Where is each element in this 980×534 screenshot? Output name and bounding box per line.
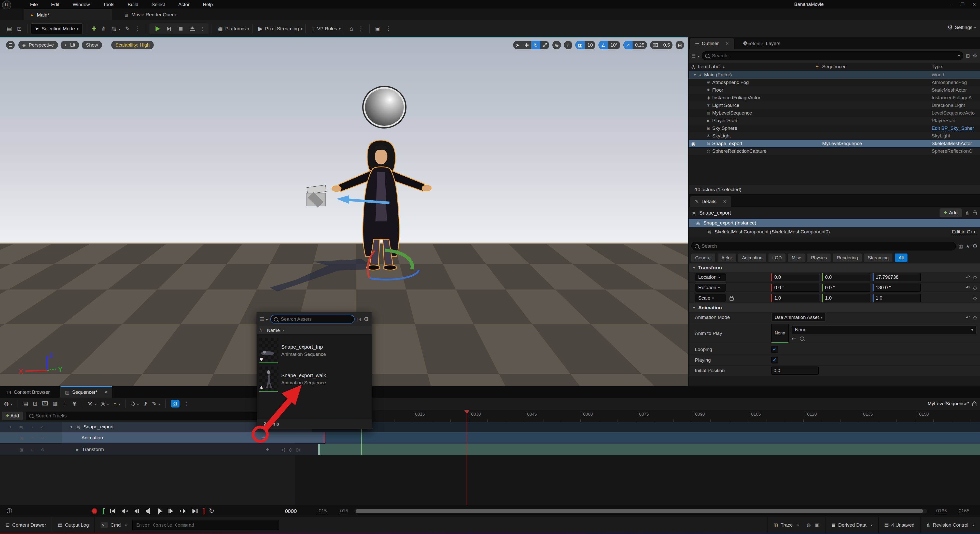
level-sequence-gizmo[interactable]	[306, 185, 326, 208]
sequence-lock-icon[interactable]	[972, 403, 977, 406]
play-reverse-button[interactable]	[144, 507, 152, 515]
folder-icon[interactable]: ⊡	[357, 316, 361, 322]
render-movie-icon[interactable]: ▨	[53, 400, 58, 407]
menu-select[interactable]: Select	[145, 0, 172, 9]
anim-asset-dropdown[interactable]: None	[792, 326, 977, 334]
scale-x-field[interactable]: 1.0	[771, 294, 819, 302]
column-name[interactable]: Name ▲	[267, 327, 285, 333]
menu-help[interactable]: Help	[196, 0, 220, 9]
view-options-icon[interactable]: ◎	[100, 400, 109, 407]
deactivate-icon[interactable]: ⊘	[41, 435, 44, 440]
playhead[interactable]	[466, 410, 467, 505]
selection-mode-dropdown[interactable]: ➤ Selection Mode	[30, 24, 83, 34]
scalability-badge[interactable]: Scalability: High	[111, 41, 154, 49]
browse-asset-icon[interactable]	[800, 337, 804, 341]
lock-icon[interactable]: ▣	[20, 435, 24, 440]
menu-actor[interactable]: Actor	[172, 0, 196, 9]
hierarchy-icon[interactable]: ⑂	[260, 327, 263, 333]
component-row-skeletal[interactable]: ☠ SkeletalMeshComponent (SkeletalMeshCom…	[689, 227, 980, 237]
display-options-icon[interactable]: ▦	[958, 243, 963, 249]
column-sequencer[interactable]: Sequencer	[822, 64, 846, 70]
deactivate-icon[interactable]: ⊘	[40, 424, 43, 429]
visibility-column-icon[interactable]: ◎	[689, 64, 698, 70]
animation-mode-dropdown[interactable]: Use Animation Asset	[771, 313, 826, 322]
mute-icon[interactable]: ∩	[31, 447, 34, 452]
to-end-button[interactable]	[191, 508, 199, 514]
scale-lock-icon[interactable]	[730, 297, 733, 300]
scale-tool-icon[interactable]: ⤢	[540, 41, 549, 49]
close-button[interactable]: ✕	[968, 0, 980, 9]
blueprints-icon[interactable]: ⋔	[102, 25, 106, 32]
chip-all[interactable]: All	[895, 254, 907, 262]
angle-snap-icon[interactable]: ∠	[598, 41, 608, 49]
outliner-row[interactable]: ✳Light SourceDirectionalLight	[689, 102, 980, 109]
play-icon[interactable]	[153, 25, 161, 33]
edit-in-cpp-link[interactable]: Edit in C++	[952, 229, 976, 235]
asset-item-walk[interactable]: ✱ Snape_export_walk Animation Sequence	[257, 365, 372, 393]
eye-icon[interactable]: ◉	[689, 141, 698, 146]
switchboard-icon[interactable]: ▣	[375, 25, 380, 32]
browse-content-icon[interactable]: ⊡	[17, 25, 22, 32]
keyframe-diamond-icon[interactable]: ◇	[973, 295, 977, 301]
snap-magnet-icon[interactable]: Ω	[171, 400, 180, 407]
save-sequence-icon[interactable]: ▤	[23, 400, 28, 407]
browse-sequence-icon[interactable]: ⊡	[33, 400, 37, 407]
add-key-diamond-icon[interactable]: ◇	[289, 447, 293, 453]
details-settings-icon[interactable]: ⚙	[972, 243, 977, 250]
asset-item-trip[interactable]: ✱ Snape_export_trip Animation Sequence	[257, 336, 372, 365]
outliner-row[interactable]: ≋Atmospheric FogAtmosphericFog	[689, 79, 980, 86]
show-dropdown[interactable]: Show	[82, 41, 102, 49]
grid-snap-icon[interactable]: ▦	[575, 41, 585, 49]
rotation-x-field[interactable]: 0.0 °	[771, 283, 819, 292]
location-dropdown[interactable]: Location	[695, 273, 726, 281]
step-back-button[interactable]	[132, 508, 140, 514]
transform-section-header[interactable]: ▼ Transform	[689, 264, 980, 272]
reset-icon[interactable]: ↶	[966, 284, 970, 291]
snapshot-icon[interactable]: ▣	[815, 522, 819, 528]
lock-icon[interactable]: ▣	[20, 447, 24, 452]
track-row-animation[interactable]: ▣∩⊘ Animation +	[0, 432, 980, 443]
track-row-actor[interactable]: ✦▣∩⊘ ▼ ☠ Snape_export	[0, 422, 980, 432]
popup-settings-icon[interactable]: ⚙	[364, 316, 369, 323]
column-item-label[interactable]: Item Label	[698, 64, 721, 70]
maximize-button[interactable]: ❐	[956, 0, 968, 9]
search-tracks-input[interactable]: Search Tracks	[26, 412, 277, 420]
reset-icon[interactable]: ↶	[966, 274, 970, 280]
cmd-dropdown[interactable]: >_ Cmd	[95, 517, 132, 533]
keyframe-diamond-icon[interactable]: ◇	[973, 274, 977, 280]
timeline-scrollbar[interactable]	[354, 509, 927, 513]
column-type[interactable]: Type	[932, 64, 942, 70]
keyframe-diamond-icon[interactable]: ◇	[973, 314, 977, 321]
asset-thumbnail-none[interactable]: None	[771, 324, 789, 343]
details-search-input[interactable]: Search	[691, 242, 956, 251]
tab-details[interactable]: ✎ Details ✕	[690, 196, 731, 207]
component-row-instance[interactable]: ☠ Snape_export (Instance)	[689, 219, 980, 227]
popup-search-input[interactable]: Search Assets	[270, 315, 355, 324]
close-icon[interactable]: ✕	[725, 41, 729, 46]
mute-icon[interactable]: ∩	[31, 435, 34, 440]
play-forward-button[interactable]	[156, 507, 164, 515]
use-selected-icon[interactable]: ↩	[792, 336, 796, 342]
location-x-field[interactable]: 0.0	[771, 273, 819, 281]
pixel-streaming-dropdown[interactable]: ▶ Pixel Streaming	[256, 25, 302, 32]
mute-icon[interactable]: ∩	[30, 424, 33, 429]
location-z-field[interactable]: 17.796738	[873, 273, 921, 281]
add-actor-icon[interactable]: ✚	[92, 25, 96, 32]
outliner-row[interactable]: ▶Player StartPlayerStart	[689, 117, 980, 124]
reset-icon[interactable]: ↶	[966, 314, 970, 321]
chip-lod[interactable]: LOD	[768, 254, 786, 262]
vp-roles-dropdown[interactable]: ▯ VP Roles	[309, 25, 340, 32]
derived-data-dropdown[interactable]: ≣ Derived Data	[826, 517, 878, 533]
insights-icon[interactable]: ◍	[807, 522, 811, 528]
output-log-button[interactable]: ▤ Output Log	[52, 517, 94, 533]
loop-button[interactable]: ↻	[209, 507, 214, 515]
location-y-field[interactable]: 0.0	[822, 273, 870, 281]
switchboard-options-icon[interactable]: ⋮	[385, 26, 391, 32]
tab-movie-render-queue[interactable]: ▨ Movie Render Queue	[119, 9, 183, 21]
favorites-icon[interactable]: ★	[966, 243, 970, 249]
playback-end-bracket[interactable]: ]	[203, 507, 205, 515]
unsaved-button[interactable]: ▤ 4 Unsaved	[879, 517, 920, 533]
add-actor-track-icon[interactable]: ⊕	[72, 400, 77, 407]
platforms-dropdown[interactable]: ▦ Platforms	[215, 25, 249, 32]
scale-z-field[interactable]: 1.0	[873, 294, 921, 302]
